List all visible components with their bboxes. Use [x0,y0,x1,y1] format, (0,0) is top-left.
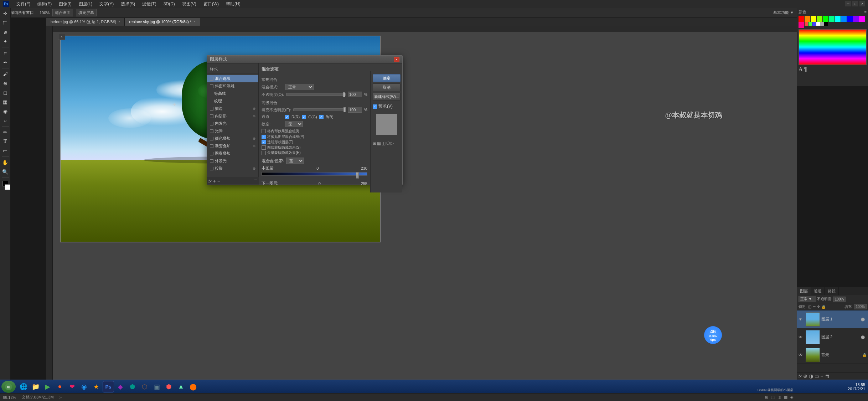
dialog-ok-button[interactable]: 确定 [373,74,401,82]
zoom-tool[interactable]: 🔍 [1,168,10,176]
style-item-pattern-overlay[interactable]: 图案叠加 [207,150,258,157]
knockout-select[interactable]: 无 [285,121,303,127]
taskbar-icon-ps[interactable]: Ps [103,381,114,392]
transparent-shape-checkbox[interactable]: ✓ [262,140,266,144]
taskbar-icon-app8[interactable]: ▣ [151,381,162,392]
status-icon-2[interactable]: ⬚ [771,395,775,400]
crop-tool[interactable]: ⌗ [1,49,10,57]
taskbar-icon-app5[interactable]: ◆ [115,381,126,392]
opacity-input[interactable] [348,92,362,97]
layer-row-bg[interactable]: 👁 背景 🔒 [797,346,868,364]
blend-checkbox[interactable] [210,77,213,81]
vector-mask-checkbox[interactable] [262,151,266,155]
tab-replace-sky[interactable]: replace sky.jpg @ 100% (RGB/8#) * × [125,18,200,26]
style-item-gradient-overlay[interactable]: 渐变叠加 ⊕ [207,142,258,150]
status-icon-1[interactable]: ⊞ [765,395,768,400]
layer-new-btn[interactable]: + [821,373,823,379]
taskbar-icon-media[interactable]: ▶ [42,381,53,392]
layer-adj-btn[interactable]: ◑ [809,373,813,379]
lock-brush-btn[interactable]: ✏ [813,305,816,309]
swatch-red[interactable] [799,16,804,22]
gradient-overlay-checkbox[interactable] [210,144,213,148]
layer-mask-checkbox[interactable] [262,145,266,150]
menu-text[interactable]: 文字(Y) [98,0,115,8]
eraser-tool[interactable]: ◻ [1,88,10,97]
start-button[interactable]: ⊞ [1,381,16,393]
inner-shadow-checkbox[interactable] [210,114,213,118]
option-deep-copy[interactable]: 深纳所有窗口 [10,10,34,15]
lasso-tool[interactable]: ⌀ [1,28,10,36]
minimize-button[interactable]: ─ [845,1,851,6]
color-spectrum[interactable] [799,29,867,65]
channel-b-checkbox[interactable]: ✓ [319,115,324,119]
swatch-azure[interactable] [841,16,847,22]
swatch-cyan[interactable] [835,16,841,22]
maximize-button[interactable]: □ [852,1,858,6]
style-item-contour[interactable]: 等高线 [207,90,258,97]
brush-tool[interactable]: 🖌 [1,70,10,78]
inner-shadow-plus[interactable]: ⊕ [253,114,255,118]
style-icon-4[interactable]: ⬡ [386,141,390,146]
blend-if-select[interactable]: 蓝 [286,158,304,164]
fill-value[interactable]: 100% [854,304,867,309]
menu-edit[interactable]: 编辑(E) [36,0,53,8]
lock-transparency-btn[interactable]: ◫ [808,305,811,309]
layer-row-1[interactable]: 👁 图层 1 ⬤ [797,310,868,328]
internal-effects-checkbox[interactable] [262,129,266,133]
text-tool[interactable]: T [1,137,10,146]
menu-file[interactable]: 文件(F) [15,0,32,8]
background-color[interactable] [5,184,10,190]
swatch-orange[interactable] [805,16,810,22]
style-item-color-overlay[interactable]: 颜色叠加 ⊕ [207,135,258,142]
menu-view[interactable]: 视图(V) [181,0,198,8]
layer-2-eye[interactable]: 👁 [799,335,804,340]
lock-all-btn[interactable]: 🔒 [821,305,826,309]
fill-opacity-input[interactable] [348,107,362,113]
dialog-new-style-button[interactable]: 新建样式(W)... [373,93,401,101]
delete-effect-btn[interactable]: − [217,178,220,184]
channel-g-checkbox[interactable]: ✓ [302,115,306,119]
taskbar-icon-ie[interactable]: 🌐 [18,381,29,392]
this-layer-handle[interactable] [356,172,359,179]
taskbar-icon-app9[interactable]: ⬢ [163,381,175,392]
dialog-close-button[interactable]: × [394,57,399,62]
swatch-lime[interactable] [817,16,822,22]
bevel-checkbox[interactable] [210,84,213,88]
style-item-inner-glow[interactable]: 内发光 [207,120,258,127]
move-tool[interactable]: ✛ [1,9,10,18]
taskbar-icon-app7[interactable]: ⬡ [139,381,150,392]
tab-before[interactable]: before.jpg @ 66.1% (图层 1, RGB/8#) × [46,18,125,26]
menu-help[interactable]: 帮助(H) [224,0,242,8]
menu-layer[interactable]: 图层(L) [77,0,94,8]
menu-select[interactable]: 选择(S) [119,0,136,8]
taskbar-icon-app2[interactable]: ❤ [66,381,78,392]
color-overlay-plus[interactable]: ⊕ [253,137,255,140]
dialog-titlebar[interactable]: 图层样式 × [207,56,402,63]
stroke-checkbox[interactable] [210,107,213,110]
tab-layers[interactable]: 图层 [797,287,811,295]
swatch-yellow[interactable] [811,16,816,22]
swatch-blue[interactable] [847,16,853,22]
lock-move-btn[interactable]: ✛ [817,305,820,309]
hand-tool[interactable]: ✋ [1,158,10,167]
swatch-green[interactable] [823,16,828,22]
dodge-tool[interactable]: ○ [1,116,10,125]
drop-shadow-plus[interactable]: ⊕ [253,166,255,170]
menu-3d[interactable]: 3D(D) [162,1,176,7]
pen-tool[interactable]: ✏ [1,128,10,137]
taskbar-icon-app3[interactable]: ◉ [78,381,90,392]
blend-mode-select[interactable]: 正常 [285,84,314,90]
char-panel-icon[interactable]: A [799,66,803,73]
color-overlay-checkbox[interactable] [210,137,213,140]
satin-checkbox[interactable] [210,129,213,133]
tab-replace-sky-close[interactable]: × [193,20,195,24]
tab-paths[interactable]: 路径 [825,287,839,295]
pattern-overlay-checkbox[interactable] [210,152,213,155]
menu-filter[interactable]: 滤镜(T) [141,0,157,8]
menu-window[interactable]: 窗口(W) [202,0,220,8]
style-icon-5[interactable]: ▷ [391,141,394,146]
style-item-blend[interactable]: 混合选项 [207,75,258,82]
taskbar-icon-folder[interactable]: 📁 [30,381,41,392]
style-item-stroke[interactable]: 描边 ⊕ [207,105,258,112]
status-icon-3[interactable]: ◫ [777,395,781,400]
